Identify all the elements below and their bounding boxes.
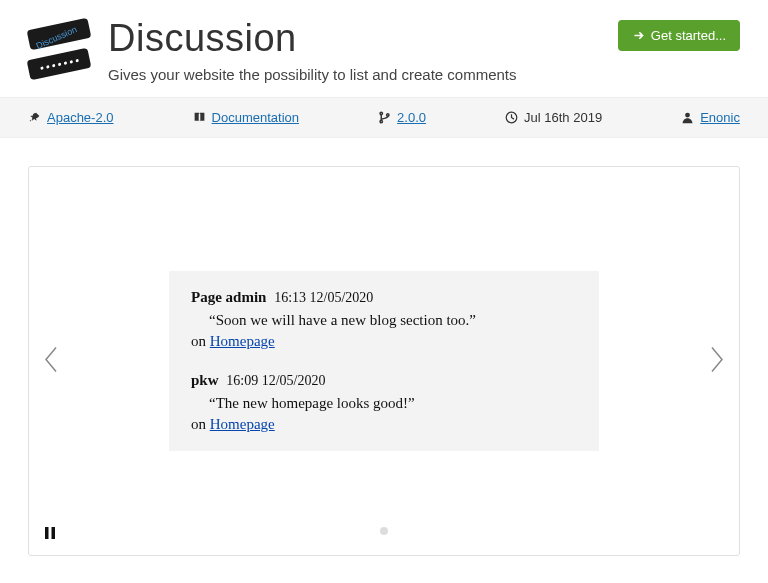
subtitle: Gives your website the possibility to li…	[108, 66, 740, 83]
arrow-right-icon	[632, 29, 645, 42]
carousel: Page admin 16:13 12/05/2020 “Soon we wil…	[28, 166, 740, 556]
comment-location: on Homepage	[191, 416, 577, 433]
license-link[interactable]: Apache-2.0	[47, 110, 114, 125]
comment-body: “The new homepage looks good!”	[209, 395, 577, 412]
documentation-link[interactable]: Documentation	[212, 110, 299, 125]
logo: Discussion	[28, 18, 90, 80]
pause-icon	[43, 526, 57, 540]
chevron-right-icon	[707, 345, 725, 373]
version-item: 2.0.0	[378, 110, 426, 125]
svg-point-2	[387, 114, 389, 116]
comment-author: Page admin	[191, 289, 266, 305]
carousel-pause-button[interactable]	[43, 526, 57, 543]
header: Discussion Discussion Gives your website…	[0, 0, 768, 97]
get-started-label: Get started...	[651, 28, 726, 43]
pin-icon	[28, 111, 41, 124]
user-icon	[681, 111, 694, 124]
meta-bar: Apache-2.0 Documentation 2.0.0 Jul 16th …	[0, 97, 768, 138]
comment-item: Page admin 16:13 12/05/2020 “Soon we wil…	[191, 289, 577, 350]
comment-time: 16:09 12/05/2020	[226, 373, 325, 388]
carousel-prev-button[interactable]	[35, 337, 69, 384]
book-icon	[193, 111, 206, 124]
chevron-left-icon	[43, 345, 61, 373]
comment-time: 16:13 12/05/2020	[274, 290, 373, 305]
svg-rect-6	[52, 527, 56, 539]
date-item: Jul 16th 2019	[505, 110, 602, 125]
author-item: Enonic	[681, 110, 740, 125]
carousel-dots	[380, 521, 388, 539]
author-link[interactable]: Enonic	[700, 110, 740, 125]
svg-point-1	[380, 120, 382, 122]
version-link[interactable]: 2.0.0	[397, 110, 426, 125]
comment-page-link[interactable]: Homepage	[210, 416, 275, 432]
comment-location: on Homepage	[191, 333, 577, 350]
carousel-next-button[interactable]	[699, 337, 733, 384]
comment-page-link[interactable]: Homepage	[210, 333, 275, 349]
comment-item: pkw 16:09 12/05/2020 “The new homepage l…	[191, 372, 577, 433]
logo-label: Discussion	[35, 24, 79, 51]
get-started-button[interactable]: Get started...	[618, 20, 740, 51]
license-item: Apache-2.0	[28, 110, 114, 125]
svg-point-0	[380, 112, 382, 114]
carousel-dot[interactable]	[380, 527, 388, 535]
branch-icon	[378, 111, 391, 124]
comment-author: pkw	[191, 372, 219, 388]
svg-rect-5	[45, 527, 49, 539]
comment-body: “Soon we will have a new blog section to…	[209, 312, 577, 329]
clock-icon	[505, 111, 518, 124]
carousel-slide: Page admin 16:13 12/05/2020 “Soon we wil…	[169, 271, 599, 451]
date-text: Jul 16th 2019	[524, 110, 602, 125]
svg-point-4	[685, 112, 690, 117]
documentation-item: Documentation	[193, 110, 299, 125]
